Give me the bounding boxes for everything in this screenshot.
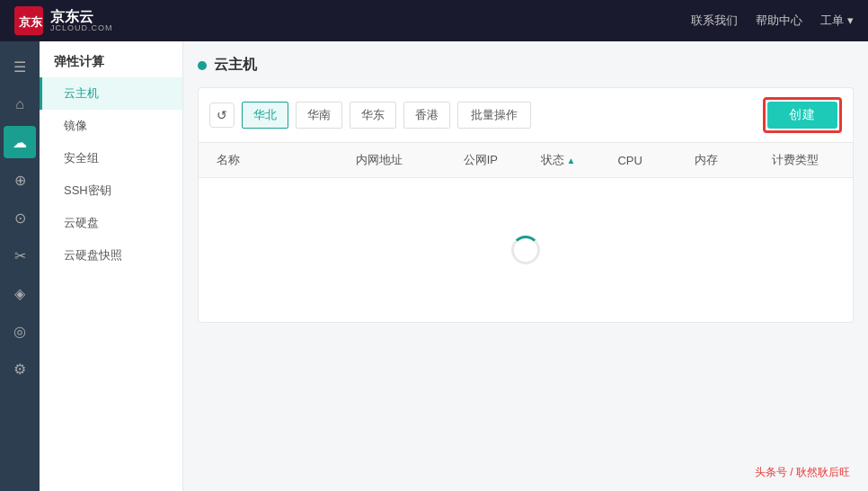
ticket-link[interactable]: 工单 ▾ <box>820 13 854 29</box>
create-button-wrapper: 创建 <box>763 97 842 133</box>
menu-icon-btn[interactable]: ☰ <box>4 50 36 83</box>
logo-main-text: 京东云 <box>50 10 113 24</box>
logo-sub-text: JCLOUD.COM <box>50 24 113 32</box>
wrench-icon-btn[interactable]: ✂ <box>4 239 36 272</box>
batch-operation-button[interactable]: 批量操作 <box>457 102 531 129</box>
region-tab-hongkong[interactable]: 香港 <box>403 102 450 129</box>
globe-icon-btn[interactable]: ⊕ <box>4 164 36 196</box>
logo-text: 京东云 JCLOUD.COM <box>50 10 113 32</box>
th-cpu: CPU <box>610 143 687 177</box>
sidebar-item-snapshot[interactable]: 云硬盘快照 <box>40 239 182 272</box>
sidebar-item-image[interactable]: 镜像 <box>40 110 182 142</box>
region-tab-north[interactable]: 华北 <box>242 102 288 129</box>
th-memory: 内存 <box>687 143 765 177</box>
create-button[interactable]: 创建 <box>767 102 837 129</box>
logo-area: 京东 京东云 JCLOUD.COM <box>14 6 113 35</box>
database-icon-btn[interactable]: ⊙ <box>4 201 36 234</box>
help-link[interactable]: 帮助中心 <box>756 13 802 29</box>
shield-icon-btn[interactable]: ◈ <box>4 277 36 309</box>
settings-icon-btn[interactable]: ⚙ <box>4 353 36 385</box>
svg-text:京东: 京东 <box>19 15 43 29</box>
watermark: 头条号 / 耿然耿后旺 <box>755 465 850 480</box>
sidebar-category: 弹性计算 <box>40 41 182 77</box>
th-internal-ip: 内网地址 <box>349 143 456 177</box>
th-name: 名称 <box>209 143 349 177</box>
logo-svg: 京东 <box>14 6 43 35</box>
toolbar: ↺ 华北 华南 华东 香港 批量操作 创建 <box>198 87 854 142</box>
network-icon-btn[interactable]: ◎ <box>4 315 36 347</box>
main-layout: ☰ ⌂ ☁ ⊕ ⊙ ✂ ◈ ◎ ⚙ 弹性计算 云主机 镜像 安全组 SSH密钥 … <box>0 41 868 491</box>
table-body <box>199 178 853 322</box>
sidebar-icons: ☰ ⌂ ☁ ⊕ ⊙ ✂ ◈ ◎ ⚙ <box>0 41 40 491</box>
sort-icon-status: ▲ <box>567 156 576 165</box>
contact-link[interactable]: 联系我们 <box>691 13 738 29</box>
cloud-icon-btn[interactable]: ☁ <box>4 126 36 158</box>
th-status[interactable]: 状态 ▲ <box>534 143 611 177</box>
sidebar-item-secgroup[interactable]: 安全组 <box>40 142 182 174</box>
region-tab-south[interactable]: 华南 <box>296 102 342 129</box>
page-header: 云主机 <box>198 56 854 75</box>
home-icon-btn[interactable]: ⌂ <box>4 88 36 121</box>
sidebar-menu: 弹性计算 云主机 镜像 安全组 SSH密钥 云硬盘 云硬盘快照 <box>40 41 183 491</box>
th-public-ip: 公网IP <box>456 143 534 177</box>
sidebar-item-sshkey[interactable]: SSH密钥 <box>40 174 182 207</box>
th-billing: 计费类型 <box>765 143 842 177</box>
region-tab-east[interactable]: 华东 <box>350 102 396 129</box>
refresh-icon: ↺ <box>217 108 227 122</box>
refresh-button[interactable]: ↺ <box>209 103 235 128</box>
page-title: 云主机 <box>214 56 257 75</box>
top-nav-links: 联系我们 帮助中心 工单 ▾ <box>691 13 854 29</box>
sidebar-item-vm[interactable]: 云主机 <box>40 77 182 110</box>
vm-table: 名称 内网地址 公网IP 状态 ▲ CPU 内存 <box>198 142 854 323</box>
content-area: 云主机 ↺ 华北 华南 华东 香港 批量操作 创建 名称 内网地址 <box>183 41 868 491</box>
table-header: 名称 内网地址 公网IP 状态 ▲ CPU 内存 <box>199 143 853 178</box>
page-title-dot <box>198 61 207 70</box>
sidebar-item-disk[interactable]: 云硬盘 <box>40 207 182 239</box>
loading-spinner <box>511 236 540 264</box>
top-navigation: 京东 京东云 JCLOUD.COM 联系我们 帮助中心 工单 ▾ <box>0 0 868 41</box>
